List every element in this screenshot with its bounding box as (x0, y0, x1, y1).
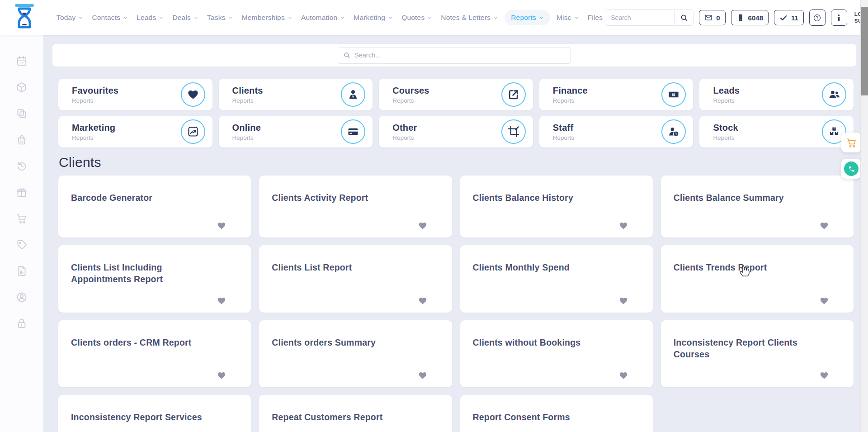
report-card-clients-monthly-spend[interactable]: Clients Monthly Spend (460, 245, 653, 313)
report-card-clients-without-bookings[interactable]: Clients without Bookings (460, 320, 653, 388)
nav-item-contacts[interactable]: Contacts (90, 10, 130, 25)
gift-icon[interactable] (16, 186, 28, 198)
favourite-heart-icon[interactable] (819, 221, 829, 230)
heart-icon (181, 82, 205, 107)
main-content: FavouritesReportsClientsReportsCoursesRe… (43, 35, 860, 432)
account-icon[interactable] (16, 291, 28, 303)
category-card-stock[interactable]: StockReports (699, 116, 854, 147)
chevron-down-icon (388, 15, 393, 20)
tasks-badge-button[interactable]: 11 (774, 10, 804, 25)
report-title: Repeat Customers Report (272, 411, 439, 423)
svg-text:0: 0 (673, 93, 675, 96)
category-card-marketing[interactable]: MarketingReports (58, 116, 212, 147)
mail-badge-button[interactable]: 0 (699, 10, 725, 25)
navbar-search-button[interactable] (674, 10, 693, 25)
favourite-heart-icon[interactable] (217, 221, 226, 230)
favourite-heart-icon[interactable] (418, 296, 428, 305)
nav-item-label: Files (588, 14, 603, 22)
report-card-clients-orders-crm-report[interactable]: Clients orders - CRM Report (58, 320, 251, 388)
info-button[interactable] (831, 9, 847, 26)
category-card-clients[interactable]: ClientsReports (219, 79, 373, 110)
favourite-heart-icon[interactable] (618, 221, 628, 230)
nav-item-automation[interactable]: Automation (299, 10, 347, 25)
favourite-heart-icon[interactable] (819, 371, 829, 380)
nav-item-marketing[interactable]: Marketing (351, 10, 395, 25)
vertical-scrollbar[interactable] (860, 0, 868, 432)
category-text: StaffReports (553, 123, 656, 141)
person-tie-icon (341, 82, 365, 107)
report-card-clients-list-including-appointments-report[interactable]: Clients List Including Appointments Repo… (58, 245, 251, 313)
navbar-search-input[interactable] (605, 10, 674, 25)
nav-item-today[interactable]: Today (54, 10, 85, 25)
phone-badge-button[interactable]: 6048 (731, 10, 769, 25)
category-text: StockReports (713, 123, 816, 141)
report-card-clients-balance-history[interactable]: Clients Balance History (460, 176, 653, 237)
whatsapp-floating-button[interactable] (841, 159, 861, 179)
reports-search-input[interactable] (338, 47, 571, 64)
report-card-inconsistency-report-services[interactable]: Inconsistency Report Services (58, 395, 251, 432)
category-subtitle: Reports (713, 134, 816, 141)
favourite-heart-icon[interactable] (618, 371, 628, 380)
nav-item-quotes[interactable]: Quotes (399, 10, 434, 25)
category-card-courses[interactable]: CoursesReports (379, 79, 533, 110)
report-card-clients-balance-summary[interactable]: Clients Balance Summary (661, 176, 854, 237)
shopping-bag-icon[interactable] (16, 134, 28, 146)
nav-item-tasks[interactable]: Tasks (205, 10, 236, 25)
copy-icon[interactable] (16, 108, 28, 119)
report-card-report-consent-forms[interactable]: Report Consent Forms (460, 395, 653, 432)
favourite-heart-icon[interactable] (217, 296, 226, 305)
report-card-clients-list-report[interactable]: Clients List Report (259, 245, 452, 313)
report-card-clients-orders-summary[interactable]: Clients orders Summary (259, 320, 452, 388)
favourite-heart-icon[interactable] (418, 371, 428, 380)
nav-item-label: Notes & Letters (441, 14, 491, 22)
nav-item-reports[interactable]: Reports (505, 10, 550, 25)
lock-icon[interactable] (16, 318, 28, 329)
report-card-clients-trends-report[interactable]: Clients Trends Report (661, 245, 854, 313)
nav-item-deals[interactable]: Deals (170, 10, 201, 25)
cart-floating-button[interactable] (841, 133, 861, 152)
price-tag-icon[interactable] (16, 239, 28, 251)
chevron-down-icon (123, 15, 128, 20)
chevron-down-icon (340, 15, 345, 20)
scrollbar-thumb[interactable] (861, 7, 868, 95)
section-title: Clients (59, 155, 854, 170)
navbar-search (605, 9, 693, 26)
report-title: Clients List Including Appointments Repo… (71, 261, 238, 285)
calendar-icon[interactable]: 12 (16, 55, 28, 67)
nav-item-notes-letters[interactable]: Notes & Letters (439, 10, 500, 25)
nav-item-leads[interactable]: Leads (134, 10, 166, 25)
cart-icon[interactable] (16, 213, 28, 224)
nav-item-label: Today (57, 14, 75, 22)
app-logo-icon[interactable] (13, 4, 36, 32)
category-card-staff[interactable]: StaffReports (539, 116, 693, 147)
favourite-heart-icon[interactable] (819, 296, 829, 305)
report-card-inconsistency-report-clients-courses[interactable]: Inconsistency Report Clients Courses (661, 320, 854, 388)
package-icon[interactable] (16, 81, 28, 93)
category-card-favourites[interactable]: FavouritesReports (58, 79, 212, 110)
crop-icon (501, 119, 526, 144)
favourite-heart-icon[interactable] (217, 371, 226, 380)
report-card-clients-activity-report[interactable]: Clients Activity Report (259, 176, 452, 237)
report-card-repeat-customers-report[interactable]: Repeat Customers Report (259, 395, 452, 432)
nav-item-files[interactable]: Files (585, 10, 605, 25)
report-title: Clients orders Summary (272, 337, 439, 348)
nav-item-misc[interactable]: Misc (554, 10, 581, 25)
category-card-finance[interactable]: FinanceReports0 (539, 79, 693, 110)
favourite-heart-icon[interactable] (618, 296, 628, 305)
category-card-online[interactable]: OnlineReports (219, 116, 373, 147)
question-circle-icon (813, 14, 821, 22)
category-card-other[interactable]: OtherReports (379, 116, 533, 147)
report-title: Inconsistency Report Services (71, 411, 238, 423)
help-button[interactable] (809, 9, 826, 26)
category-card-leads[interactable]: LeadsReports (699, 79, 854, 110)
history-icon[interactable] (16, 160, 28, 172)
report-doc-icon[interactable] (16, 265, 28, 277)
chevron-down-icon (193, 15, 198, 20)
envelope-icon (704, 14, 712, 22)
category-title: Clients (232, 85, 335, 96)
report-category-grid: FavouritesReportsClientsReportsCoursesRe… (58, 79, 854, 147)
favourite-heart-icon[interactable] (418, 221, 428, 230)
category-subtitle: Reports (72, 97, 175, 104)
report-card-barcode-generator[interactable]: Barcode Generator (58, 176, 251, 237)
nav-item-memberships[interactable]: Memberships (240, 10, 295, 25)
